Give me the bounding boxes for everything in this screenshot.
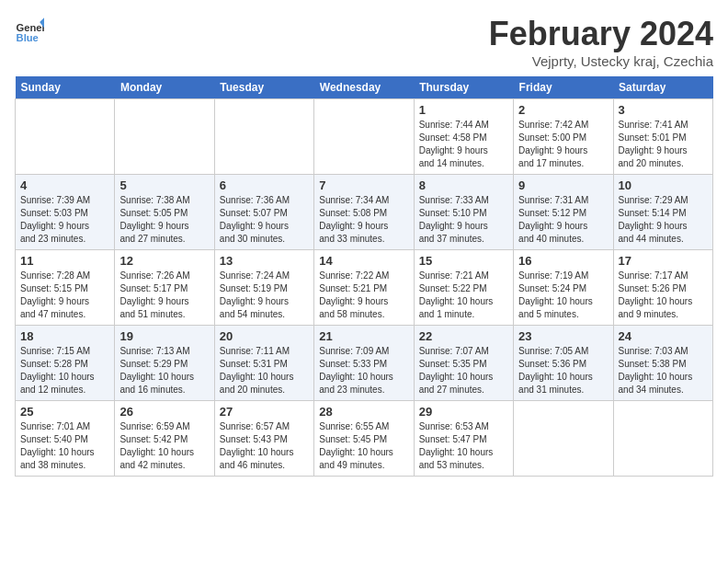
- day-info: Sunrise: 7:24 AM Sunset: 5:19 PM Dayligh…: [220, 270, 309, 321]
- calendar-cell: [514, 401, 613, 477]
- calendar-cell: [314, 99, 414, 175]
- day-info: Sunrise: 6:57 AM Sunset: 5:43 PM Dayligh…: [220, 420, 309, 472]
- calendar-cell: 25Sunrise: 7:01 AM Sunset: 5:40 PM Dayli…: [16, 401, 115, 477]
- calendar-cell: 3Sunrise: 7:41 AM Sunset: 5:01 PM Daylig…: [613, 99, 712, 175]
- calendar-cell: 19Sunrise: 7:13 AM Sunset: 5:29 PM Dayli…: [115, 326, 214, 401]
- calendar-cell: 7Sunrise: 7:34 AM Sunset: 5:08 PM Daylig…: [314, 175, 414, 250]
- calendar-cell: 17Sunrise: 7:17 AM Sunset: 5:26 PM Dayli…: [613, 250, 712, 326]
- day-number: 24: [619, 329, 708, 343]
- calendar-week-5: 25Sunrise: 7:01 AM Sunset: 5:40 PM Dayli…: [16, 401, 713, 477]
- day-number: 7: [319, 178, 408, 192]
- calendar-week-4: 18Sunrise: 7:15 AM Sunset: 5:28 PM Dayli…: [16, 326, 713, 401]
- day-number: 3: [619, 103, 708, 117]
- calendar-cell: 28Sunrise: 6:55 AM Sunset: 5:45 PM Dayli…: [314, 401, 414, 477]
- weekday-header-sunday: Sunday: [16, 76, 115, 99]
- calendar-cell: 2Sunrise: 7:42 AM Sunset: 5:00 PM Daylig…: [514, 99, 613, 175]
- calendar-cell: 18Sunrise: 7:15 AM Sunset: 5:28 PM Dayli…: [16, 326, 115, 401]
- calendar-cell: 20Sunrise: 7:11 AM Sunset: 5:31 PM Dayli…: [214, 326, 313, 401]
- calendar-cell: 27Sunrise: 6:57 AM Sunset: 5:43 PM Dayli…: [214, 401, 313, 477]
- day-info: Sunrise: 7:05 AM Sunset: 5:36 PM Dayligh…: [518, 345, 608, 396]
- day-info: Sunrise: 7:33 AM Sunset: 5:10 PM Dayligh…: [419, 194, 508, 246]
- day-number: 12: [119, 254, 209, 268]
- day-info: Sunrise: 7:03 AM Sunset: 5:38 PM Dayligh…: [619, 345, 708, 396]
- calendar-cell: 16Sunrise: 7:19 AM Sunset: 5:24 PM Dayli…: [514, 250, 613, 326]
- day-number: 27: [220, 405, 309, 419]
- day-info: Sunrise: 7:11 AM Sunset: 5:31 PM Dayligh…: [220, 345, 309, 396]
- day-info: Sunrise: 7:44 AM Sunset: 4:58 PM Dayligh…: [419, 119, 508, 170]
- day-info: Sunrise: 7:17 AM Sunset: 5:26 PM Dayligh…: [619, 270, 708, 321]
- day-info: Sunrise: 7:15 AM Sunset: 5:28 PM Dayligh…: [20, 345, 109, 396]
- weekday-header-saturday: Saturday: [613, 76, 712, 99]
- day-info: Sunrise: 7:29 AM Sunset: 5:14 PM Dayligh…: [619, 194, 708, 246]
- day-number: 9: [518, 178, 608, 192]
- day-number: 14: [319, 254, 408, 268]
- day-info: Sunrise: 6:53 AM Sunset: 5:47 PM Dayligh…: [419, 420, 508, 472]
- day-info: Sunrise: 7:01 AM Sunset: 5:40 PM Dayligh…: [20, 420, 109, 472]
- day-number: 21: [319, 329, 408, 343]
- day-info: Sunrise: 7:36 AM Sunset: 5:07 PM Dayligh…: [220, 194, 309, 246]
- day-info: Sunrise: 7:34 AM Sunset: 5:08 PM Dayligh…: [319, 194, 408, 246]
- calendar-cell: 15Sunrise: 7:21 AM Sunset: 5:22 PM Dayli…: [414, 250, 513, 326]
- calendar-cell: 5Sunrise: 7:38 AM Sunset: 5:05 PM Daylig…: [115, 175, 214, 250]
- calendar-cell: [115, 99, 214, 175]
- day-info: Sunrise: 7:38 AM Sunset: 5:05 PM Dayligh…: [119, 194, 209, 246]
- svg-text:General: General: [17, 22, 44, 33]
- day-info: Sunrise: 7:31 AM Sunset: 5:12 PM Dayligh…: [518, 194, 608, 246]
- weekday-header-tuesday: Tuesday: [214, 76, 313, 99]
- day-number: 18: [20, 329, 109, 343]
- day-number: 10: [619, 178, 708, 192]
- day-number: 25: [20, 405, 109, 419]
- day-number: 1: [419, 103, 508, 117]
- calendar-cell: 22Sunrise: 7:07 AM Sunset: 5:35 PM Dayli…: [414, 326, 513, 401]
- day-number: 5: [119, 178, 209, 192]
- calendar-week-1: 1Sunrise: 7:44 AM Sunset: 4:58 PM Daylig…: [16, 99, 713, 175]
- day-info: Sunrise: 6:55 AM Sunset: 5:45 PM Dayligh…: [319, 420, 408, 472]
- calendar-cell: 26Sunrise: 6:59 AM Sunset: 5:42 PM Dayli…: [115, 401, 214, 477]
- weekday-header-wednesday: Wednesday: [314, 76, 414, 99]
- calendar-cell: [16, 99, 115, 175]
- calendar-cell: 24Sunrise: 7:03 AM Sunset: 5:38 PM Dayli…: [613, 326, 712, 401]
- calendar-cell: 11Sunrise: 7:28 AM Sunset: 5:15 PM Dayli…: [16, 250, 115, 326]
- calendar-cell: 8Sunrise: 7:33 AM Sunset: 5:10 PM Daylig…: [414, 175, 513, 250]
- day-number: 28: [319, 405, 408, 419]
- logo: General Blue: [15, 15, 44, 44]
- calendar-cell: 10Sunrise: 7:29 AM Sunset: 5:14 PM Dayli…: [613, 175, 712, 250]
- calendar-cell: 23Sunrise: 7:05 AM Sunset: 5:36 PM Dayli…: [514, 326, 613, 401]
- day-info: Sunrise: 7:28 AM Sunset: 5:15 PM Dayligh…: [20, 270, 109, 321]
- month-title: February 2024: [489, 15, 713, 53]
- day-info: Sunrise: 7:22 AM Sunset: 5:21 PM Dayligh…: [319, 270, 408, 321]
- day-number: 17: [619, 254, 708, 268]
- day-info: Sunrise: 7:41 AM Sunset: 5:01 PM Dayligh…: [619, 119, 708, 170]
- location-title: Vejprty, Ustecky kraj, Czechia: [489, 53, 713, 69]
- calendar-week-3: 11Sunrise: 7:28 AM Sunset: 5:15 PM Dayli…: [16, 250, 713, 326]
- day-info: Sunrise: 7:19 AM Sunset: 5:24 PM Dayligh…: [518, 270, 608, 321]
- day-info: Sunrise: 7:07 AM Sunset: 5:35 PM Dayligh…: [419, 345, 508, 396]
- calendar-cell: 14Sunrise: 7:22 AM Sunset: 5:21 PM Dayli…: [314, 250, 414, 326]
- day-info: Sunrise: 7:09 AM Sunset: 5:33 PM Dayligh…: [319, 345, 408, 396]
- svg-text:Blue: Blue: [17, 32, 39, 43]
- day-number: 16: [518, 254, 608, 268]
- day-number: 22: [419, 329, 508, 343]
- calendar-cell: 13Sunrise: 7:24 AM Sunset: 5:19 PM Dayli…: [214, 250, 313, 326]
- calendar-cell: 4Sunrise: 7:39 AM Sunset: 5:03 PM Daylig…: [16, 175, 115, 250]
- day-number: 13: [220, 254, 309, 268]
- calendar-cell: [214, 99, 313, 175]
- day-info: Sunrise: 7:13 AM Sunset: 5:29 PM Dayligh…: [119, 345, 209, 396]
- calendar-cell: 12Sunrise: 7:26 AM Sunset: 5:17 PM Dayli…: [115, 250, 214, 326]
- day-number: 8: [419, 178, 508, 192]
- day-number: 2: [518, 103, 608, 117]
- logo-icon: General Blue: [15, 15, 44, 44]
- day-number: 20: [220, 329, 309, 343]
- day-number: 29: [419, 405, 508, 419]
- weekday-header-monday: Monday: [115, 76, 214, 99]
- weekday-header-row: SundayMondayTuesdayWednesdayThursdayFrid…: [16, 76, 713, 99]
- page-header: General Blue February 2024 Vejprty, Uste…: [15, 15, 713, 69]
- day-number: 4: [20, 178, 109, 192]
- day-number: 19: [119, 329, 209, 343]
- calendar-table: SundayMondayTuesdayWednesdayThursdayFrid…: [15, 76, 713, 477]
- calendar-cell: 1Sunrise: 7:44 AM Sunset: 4:58 PM Daylig…: [414, 99, 513, 175]
- day-number: 23: [518, 329, 608, 343]
- title-block: February 2024 Vejprty, Ustecky kraj, Cze…: [489, 15, 713, 69]
- calendar-cell: 21Sunrise: 7:09 AM Sunset: 5:33 PM Dayli…: [314, 326, 414, 401]
- day-number: 6: [220, 178, 309, 192]
